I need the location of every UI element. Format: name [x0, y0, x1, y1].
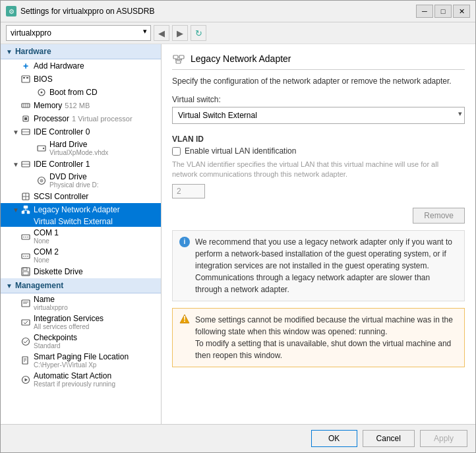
sidebar-item-integration[interactable]: Integration Services All services offere… [1, 313, 161, 332]
ok-button[interactable]: OK [311, 430, 357, 447]
bootcd-icon [36, 87, 47, 98]
sidebar-item-name[interactable]: Name virtualxppro [1, 293, 161, 313]
svg-rect-1 [23, 77, 25, 78]
refresh-button[interactable]: ↻ [191, 25, 206, 41]
main-panel: Legacy Network Adapter Specify the confi… [162, 44, 475, 424]
apply-button[interactable]: Apply [420, 430, 467, 447]
sidebar-item-bios[interactable]: BIOS [1, 73, 161, 86]
sidebar-item-add-hardware[interactable]: + Add Hardware [1, 59, 161, 73]
virtual-switch-field-label: Virtual switch: [172, 95, 465, 104]
autostart-labels: Automatic Start Action Restart if previo… [34, 371, 115, 388]
sidebar-item-dvd[interactable]: DVD Drive Physical drive D: [1, 171, 161, 190]
section-description: Specify the configuration of the network… [172, 76, 465, 86]
sidebar-item-processor[interactable]: Processor 1 Virtual processor [1, 112, 161, 125]
paging-sublabel: C:\Hyper-V\Virtual Xp [34, 361, 129, 369]
footer: OK Cancel Apply [1, 424, 475, 452]
svg-rect-38 [23, 272, 28, 275]
dvd-labels: DVD Drive Physical drive D: [49, 172, 98, 189]
vm-selector[interactable]: virtualxppro [6, 25, 151, 41]
sidebar-item-paging[interactable]: Smart Paging File Location C:\Hyper-V\Vi… [1, 351, 161, 370]
forward-button[interactable]: ▶ [172, 25, 188, 41]
dvd-sublabel: Physical drive D: [49, 181, 98, 189]
svg-rect-0 [22, 76, 30, 82]
svg-rect-2 [26, 77, 28, 78]
sidebar-item-legacy-net[interactable]: ▼ Legacy Network Adapter [1, 203, 161, 216]
sidebar-item-diskette[interactable]: Diskette Drive [1, 265, 161, 278]
back-button[interactable]: ◀ [154, 25, 169, 41]
hdd-labels: Hard Drive VirtualXpMode.vhdx [49, 140, 108, 156]
integration-labels: Integration Services All services offere… [34, 314, 104, 330]
content-area: ▼ Hardware + Add Hardware BIOS [1, 44, 475, 424]
name-sublabel: virtualxppro [34, 304, 68, 311]
section-icon [172, 52, 185, 65]
svg-point-4 [41, 92, 43, 94]
name-label: Name [34, 295, 68, 304]
info-icon: i [179, 237, 190, 247]
paging-labels: Smart Paging File Location C:\Hyper-V\Vi… [34, 352, 129, 369]
hardware-section-header[interactable]: ▼ Hardware [1, 44, 161, 59]
sidebar-item-checkpoints[interactable]: Checkpoints Standard [1, 332, 161, 351]
legacynet-label: Legacy Network Adapter [34, 205, 120, 214]
sidebar-item-ide1[interactable]: ▼ IDE Controller 1 [1, 158, 161, 171]
integration-icon [20, 317, 31, 328]
hdd-sublabel: VirtualXpMode.vhdx [49, 149, 108, 156]
svg-point-19 [41, 180, 42, 181]
processor-label: Processor [34, 114, 69, 123]
virtual-switch-dropdown-wrap: Virtual Switch External Default Switch N… [172, 107, 465, 124]
sidebar-item-harddrive[interactable]: Hard Drive VirtualXpMode.vhdx [1, 138, 161, 158]
enable-vlan-label: Enable virtual LAN identification [185, 146, 296, 156]
sidebar-item-com1[interactable]: COM 1 None [1, 227, 161, 246]
sidebar-item-com2[interactable]: COM 2 None [1, 246, 161, 265]
svg-text:!: ! [183, 315, 186, 324]
minimize-button[interactable]: ─ [416, 5, 433, 18]
com2-sublabel: None [34, 257, 59, 264]
diskette-icon [20, 266, 31, 277]
svg-rect-37 [23, 268, 27, 270]
hdd-icon [36, 143, 47, 154]
enable-vlan-row: Enable virtual LAN identification [172, 146, 465, 156]
sidebar-item-autostart[interactable]: Automatic Start Action Restart if previo… [1, 370, 161, 389]
titlebar-buttons: ─ □ ✕ [416, 5, 470, 18]
svg-rect-51 [179, 55, 184, 59]
enable-vlan-checkbox[interactable] [172, 147, 181, 156]
management-section-header[interactable]: ▼ Management [1, 278, 161, 293]
memory-icon [20, 100, 31, 111]
com1-labels: COM 1 None [34, 228, 59, 245]
com1-label: COM 1 [34, 228, 59, 237]
svg-point-31 [27, 236, 28, 237]
sidebar-item-scsi[interactable]: SCSI Controller [1, 190, 161, 203]
ide0-icon [20, 127, 31, 137]
hdd-label: Hard Drive [49, 140, 108, 149]
vlan-id-input[interactable] [172, 184, 205, 198]
virtual-switch-field: Virtual switch: Virtual Switch External … [172, 92, 465, 124]
ide1-icon [20, 159, 31, 169]
checkpoints-labels: Checkpoints Standard [34, 333, 77, 349]
window-title: Settings for virtualxppro on ASUSDRB [20, 7, 412, 16]
paging-label: Smart Paging File Location [34, 352, 129, 361]
checkpoints-sublabel: Standard [34, 342, 77, 349]
titlebar: ⚙ Settings for virtualxppro on ASUSDRB ─… [1, 1, 475, 22]
cancel-button[interactable]: Cancel [363, 430, 415, 447]
warning-icon: ! [179, 314, 190, 324]
virtual-switch-select[interactable]: Virtual Switch External Default Switch N… [172, 107, 465, 124]
sidebar-item-memory[interactable]: Memory 512 MB [1, 99, 161, 112]
autostart-sublabel: Restart if previously running [34, 380, 115, 388]
info-text: We recommend that you use a legacy netwo… [195, 236, 458, 295]
window-icon: ⚙ [6, 6, 16, 16]
section-title: Legacy Network Adapter [191, 53, 291, 64]
checkpoints-icon [20, 336, 31, 347]
svg-rect-21 [24, 206, 28, 208]
maximize-button[interactable]: □ [434, 5, 452, 18]
memory-sublabel: 512 MB [65, 102, 90, 109]
processor-sublabel: 1 Virtual processor [72, 115, 133, 123]
memory-label: Memory [34, 101, 62, 110]
toolbar: virtualxppro ◀ ▶ ↻ [1, 22, 475, 44]
remove-button[interactable]: Remove [413, 208, 465, 224]
sidebar-item-ide0[interactable]: ▼ IDE Controller 0 [1, 125, 161, 138]
scsi-label: SCSI Controller [34, 192, 88, 201]
svg-point-14 [43, 147, 44, 148]
close-button[interactable]: ✕ [453, 5, 470, 18]
sidebar-item-boot-cd[interactable]: Boot from CD [1, 86, 161, 99]
sidebar-subitem-virtual-switch[interactable]: Virtual Switch External [1, 216, 161, 227]
hardware-section-label: Hardware [15, 47, 51, 56]
